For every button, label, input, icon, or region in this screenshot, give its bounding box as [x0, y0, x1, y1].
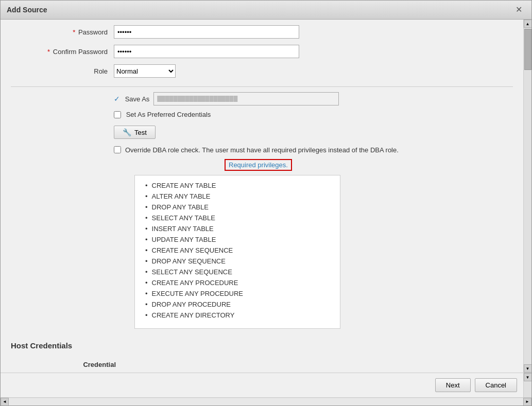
required-star-confirm: *	[47, 48, 50, 56]
bullet-3: •	[145, 203, 148, 211]
privilege-item-3: • DROP ANY TABLE	[145, 203, 330, 211]
privilege-item-5: • INSERT ANY TABLE	[145, 225, 330, 233]
bullet-5: •	[145, 225, 148, 233]
bullet-8: •	[145, 257, 148, 265]
override-text: Override DBA role check. The user must h…	[125, 146, 399, 154]
main-content: * Password * Confirm Password Role Norma…	[1, 20, 523, 373]
role-select[interactable]: Normal SYSDBA SYSOPER	[114, 64, 176, 78]
dialog-title: Add Source	[7, 6, 47, 14]
host-credentials-title: Host Credentials	[11, 341, 513, 350]
scroll-left-arrow[interactable]: ◄	[1, 398, 9, 406]
bullet-13: •	[145, 311, 148, 319]
separator	[11, 86, 513, 87]
privileges-popup: • CREATE ANY TABLE • ALTER ANY TABLE • D…	[134, 175, 340, 329]
test-button-row: 🔧 Test	[11, 126, 513, 139]
confirm-password-row: * Confirm Password	[11, 44, 513, 59]
dialog-body: * Password * Confirm Password Role Norma…	[1, 20, 531, 373]
bullet-9: •	[145, 268, 148, 276]
privilege-item-4: • SELECT ANY TABLE	[145, 214, 330, 222]
privilege-item-2: • ALTER ANY TABLE	[145, 192, 330, 200]
preferred-credentials-checkbox[interactable]	[114, 111, 121, 118]
vertical-scrollbar[interactable]: ▲ ▼	[523, 20, 531, 373]
bullet-2: •	[145, 192, 148, 200]
close-button[interactable]: ✕	[512, 5, 525, 15]
privilege-item-12: • DROP ANY PROCEDURE	[145, 301, 330, 308]
required-privileges-link[interactable]: Required privileges.	[225, 159, 292, 171]
test-button[interactable]: 🔧 Test	[114, 126, 156, 139]
preferred-credentials-label[interactable]: Set As Preferred Credentials	[121, 111, 211, 118]
footer-scroll-down[interactable]: ▼	[524, 373, 532, 381]
password-input[interactable]	[114, 25, 299, 39]
scroll-right-arrow[interactable]: ►	[523, 398, 531, 406]
privilege-item-13: • CREATE ANY DIRECTORY	[145, 311, 330, 319]
override-row: Override DBA role check. The user must h…	[11, 146, 513, 154]
privilege-item-1: • CREATE ANY TABLE	[145, 182, 330, 189]
horizontal-scrollbar[interactable]: ◄ ►	[1, 397, 531, 405]
bullet-11: •	[145, 290, 148, 297]
credential-row: Credential	[11, 358, 513, 370]
privilege-item-7: • CREATE ANY SEQUENCE	[145, 246, 330, 254]
bullet-1: •	[145, 182, 148, 189]
role-row: Role Normal SYSDBA SYSOPER	[11, 64, 513, 78]
save-as-row: ✓ Save As	[11, 92, 513, 105]
save-as-label[interactable]: Save As	[120, 95, 149, 103]
role-label: Role	[11, 67, 114, 75]
credential-label: Credential	[11, 361, 124, 368]
privilege-item-9: • SELECT ANY SEQUENCE	[145, 268, 330, 276]
bullet-7: •	[145, 246, 148, 254]
confirm-password-label: * Confirm Password	[11, 48, 114, 56]
save-as-check-icon: ✓	[114, 95, 120, 103]
privilege-item-10: • CREATE ANY PROCEDURE	[145, 279, 330, 287]
privilege-item-11: • EXECUTE ANY PROCEDURE	[145, 290, 330, 297]
privilege-item-6: • UPDATE ANY TABLE	[145, 236, 330, 243]
confirm-password-input[interactable]	[114, 45, 299, 58]
bullet-6: •	[145, 236, 148, 243]
scroll-down-arrow[interactable]: ▼	[524, 364, 532, 373]
password-label: * Password	[11, 28, 114, 36]
save-as-input[interactable]	[153, 92, 339, 105]
bullet-10: •	[145, 279, 148, 287]
host-credentials-section: Host Credentials Credential Preferred Cr…	[11, 341, 513, 373]
add-source-dialog: Add Source ✕ * Password * Confirm Passwo…	[0, 0, 532, 406]
dialog-titlebar: Add Source ✕	[1, 1, 531, 20]
dialog-footer: Next Cancel ▼	[1, 373, 531, 397]
bullet-12: •	[145, 301, 148, 308]
cancel-button[interactable]: Cancel	[475, 378, 517, 392]
override-checkbox[interactable]	[114, 146, 121, 153]
scroll-up-arrow[interactable]: ▲	[524, 20, 532, 28]
password-row: * Password	[11, 25, 513, 39]
privilege-item-8: • DROP ANY SEQUENCE	[145, 257, 330, 265]
next-button[interactable]: Next	[435, 378, 471, 392]
preferred-credentials-row: Set As Preferred Credentials	[11, 111, 513, 118]
bullet-4: •	[145, 214, 148, 222]
wrench-icon: 🔧	[123, 128, 131, 136]
scroll-thumb[interactable]	[524, 29, 531, 70]
required-star: *	[73, 28, 75, 36]
